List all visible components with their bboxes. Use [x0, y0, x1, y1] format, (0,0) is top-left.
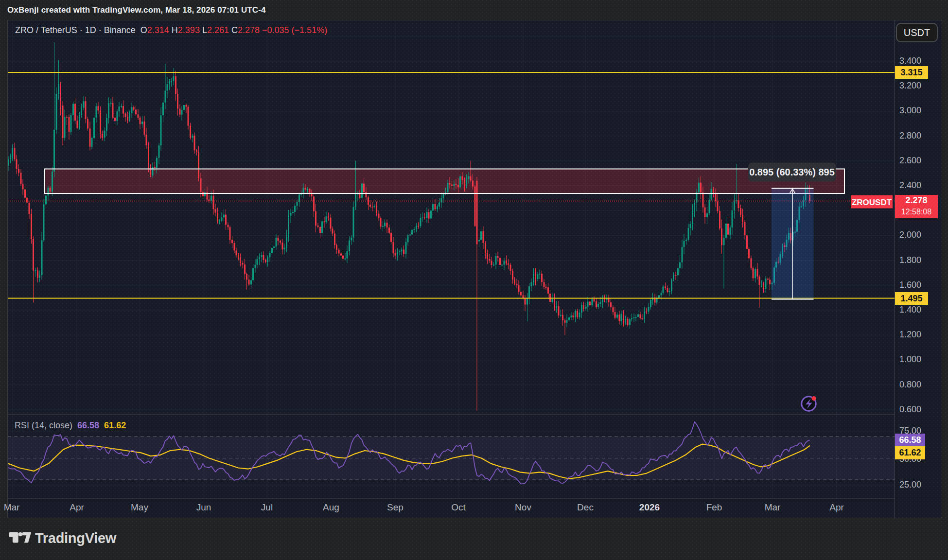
svg-text:0.895 (60.33%) 895: 0.895 (60.33%) 895: [749, 167, 835, 177]
svg-text:TradingView: TradingView: [35, 530, 117, 546]
svg-text:ZROUSDT: ZROUSDT: [852, 198, 892, 207]
